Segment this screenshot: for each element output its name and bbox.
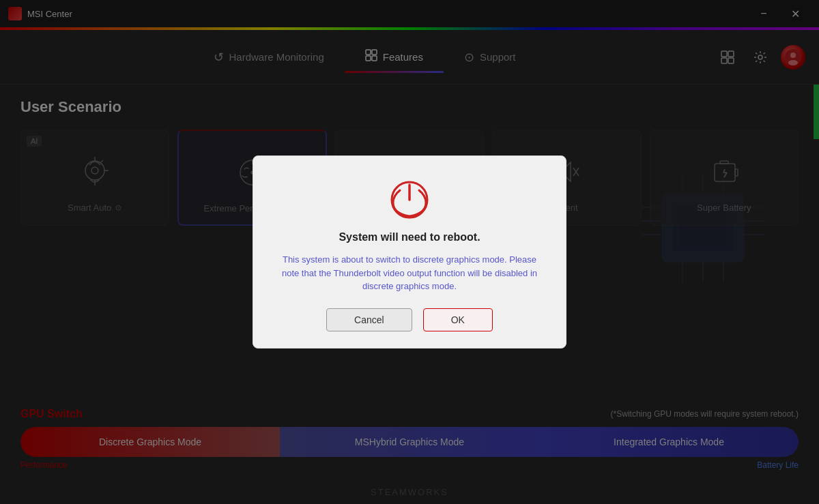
ok-button[interactable]: OK — [423, 308, 493, 331]
reboot-modal: System will need to reboot. This system … — [253, 155, 566, 349]
modal-body: This system is about to switch to discre… — [274, 253, 545, 293]
modal-buttons: Cancel OK — [326, 308, 493, 331]
modal-title: System will need to reboot. — [339, 231, 480, 243]
main-container: ↺ Hardware Monitoring Features ⊙ Support — [0, 30, 819, 504]
modal-overlay: System will need to reboot. This system … — [0, 0, 819, 504]
cancel-button[interactable]: Cancel — [326, 308, 412, 331]
power-icon — [388, 178, 431, 222]
